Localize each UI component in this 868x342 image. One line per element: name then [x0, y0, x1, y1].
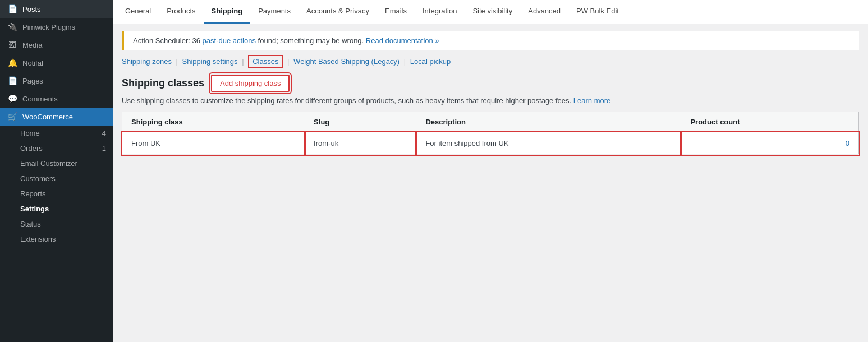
separator1: |: [176, 57, 178, 66]
read-documentation-link[interactable]: Read documentation »: [366, 36, 439, 45]
sidebar-sub-extensions[interactable]: Extensions: [0, 232, 113, 247]
tabs-bar: General Products Shipping Payments Accou…: [113, 0, 868, 24]
tab-accounts-privacy[interactable]: Accounts & Privacy: [298, 0, 377, 24]
col-shipping-class: Shipping class: [122, 112, 305, 132]
notifal-icon: 🔔: [7, 58, 18, 67]
tab-advanced[interactable]: Advanced: [520, 0, 568, 24]
cell-product-count: 0: [681, 132, 858, 155]
tab-general[interactable]: General: [117, 0, 159, 24]
learn-more-link[interactable]: Learn more: [573, 96, 610, 105]
sidebar-sub-customers[interactable]: Customers: [0, 171, 113, 186]
notice-middle: found; something may be wrong.: [256, 36, 366, 45]
sidebar-item-label: Posts: [22, 5, 41, 13]
sidebar-item-label: Pages: [22, 77, 43, 85]
sidebar-item-label: Notifal: [22, 59, 43, 67]
shipping-classes-table: Shipping class Slug Description Product …: [122, 112, 859, 155]
notice-prefix: Action Scheduler: 36: [133, 36, 203, 45]
description-text: Use shipping classes to customize the sh…: [122, 96, 571, 105]
sidebar-item-notifal[interactable]: 🔔 Notifal: [0, 54, 113, 72]
tab-pw-bulk-edit[interactable]: PW Bulk Edit: [568, 0, 627, 24]
posts-icon: 📄: [7, 4, 18, 13]
sidebar-sub-label: Home: [20, 129, 40, 137]
shipping-sub-nav: Shipping zones | Shipping settings | Cla…: [113, 50, 868, 66]
classes-link[interactable]: Classes: [248, 55, 283, 68]
shipping-zones-link[interactable]: Shipping zones: [122, 57, 172, 66]
sidebar-item-label: Pimwick Plugins: [22, 23, 75, 31]
main-content: General Products Shipping Payments Accou…: [113, 0, 868, 342]
sidebar-sub-status[interactable]: Status: [0, 216, 113, 232]
separator2: |: [242, 57, 244, 66]
orders-badge: 1: [102, 144, 106, 152]
local-pickup-link[interactable]: Local pickup: [410, 57, 451, 66]
sidebar-sub-label: Extensions: [20, 235, 56, 243]
add-shipping-class-button[interactable]: Add shipping class: [211, 75, 290, 92]
sidebar-sub-label: Status: [20, 220, 41, 228]
separator4: |: [404, 57, 406, 66]
tab-payments[interactable]: Payments: [250, 0, 298, 24]
content-area: Action Scheduler: 36 past-due actions fo…: [113, 24, 868, 342]
sidebar-item-pimwick[interactable]: 🔌 Pimwick Plugins: [0, 18, 113, 36]
sidebar-item-comments[interactable]: 💬 Comments: [0, 90, 113, 108]
shipping-classes-header: Shipping classes Add shipping class: [113, 66, 868, 96]
shipping-settings-link[interactable]: Shipping settings: [182, 57, 238, 66]
sidebar-sub-settings[interactable]: Settings: [0, 201, 113, 216]
col-slug: Slug: [305, 112, 416, 132]
sidebar-sub-label: Email Customizer: [20, 159, 77, 168]
tab-products[interactable]: Products: [159, 0, 203, 24]
media-icon: 🖼: [7, 40, 18, 49]
weight-based-shipping-link[interactable]: Weight Based Shipping (Legacy): [293, 57, 399, 66]
separator3: |: [287, 57, 289, 66]
cell-slug: from-uk: [305, 132, 416, 155]
sidebar-item-woocommerce[interactable]: 🛒 WooCommerce: [0, 108, 113, 126]
sidebar-item-label: Comments: [22, 95, 58, 103]
col-description: Description: [416, 112, 681, 132]
sidebar-item-posts[interactable]: 📄 Posts: [0, 0, 113, 18]
sidebar-sub-email-customizer[interactable]: Email Customizer: [0, 156, 113, 171]
sidebar-sub-label: Settings: [20, 205, 49, 213]
tab-emails[interactable]: Emails: [377, 0, 415, 24]
cell-description: For item shipped from UK: [416, 132, 681, 155]
shipping-classes-title: Shipping classes: [122, 77, 204, 89]
comments-icon: 💬: [7, 94, 18, 103]
tab-integration[interactable]: Integration: [415, 0, 465, 24]
sidebar-item-media[interactable]: 🖼 Media: [0, 36, 113, 54]
woocommerce-icon: 🛒: [7, 112, 18, 121]
sidebar-sub-label: Reports: [20, 190, 46, 198]
sidebar-item-label: WooCommerce: [22, 113, 73, 121]
sidebar-sub-reports[interactable]: Reports: [0, 186, 113, 201]
action-scheduler-notice: Action Scheduler: 36 past-due actions fo…: [122, 31, 859, 50]
sidebar-sub-orders[interactable]: Orders 1: [0, 141, 113, 156]
cell-shipping-class: From UK: [122, 132, 305, 155]
sidebar-item-label: Media: [22, 41, 42, 49]
table-row: From UK from-uk For item shipped from UK…: [122, 132, 859, 155]
pimwick-icon: 🔌: [7, 22, 18, 31]
col-product-count: Product count: [681, 112, 858, 132]
sidebar-sub-label: Orders: [20, 144, 43, 152]
sidebar-item-pages[interactable]: 📄 Pages: [0, 72, 113, 90]
pages-icon: 📄: [7, 76, 18, 85]
sidebar-sub-label: Customers: [20, 174, 56, 183]
past-due-actions-link[interactable]: past-due actions: [203, 36, 256, 45]
tab-shipping[interactable]: Shipping: [204, 0, 251, 24]
home-badge: 4: [102, 129, 106, 137]
sidebar-sub-home[interactable]: Home 4: [0, 126, 113, 141]
sidebar: 📄 Posts 🔌 Pimwick Plugins 🖼 Media 🔔 Noti…: [0, 0, 113, 342]
tab-site-visibility[interactable]: Site visibility: [465, 0, 520, 24]
shipping-classes-description: Use shipping classes to customize the sh…: [113, 96, 868, 112]
